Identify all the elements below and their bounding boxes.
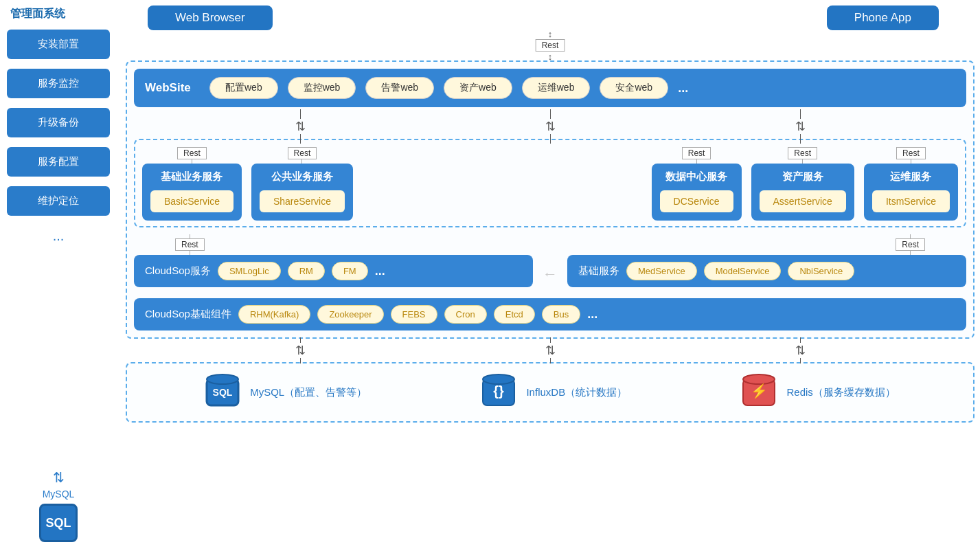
cloudsop-chip-1: RM bbox=[288, 262, 325, 280]
service-assert-inner: AssertService bbox=[760, 190, 846, 212]
outer-container: WebSite 配置web 监控web 告警web 资产web 运维web 安全… bbox=[126, 60, 975, 339]
db-redis: ⚡ Redis（服务缓存数据） bbox=[741, 373, 895, 412]
basic-service-row: 基础服务 MedService ModelService NbiService bbox=[567, 255, 966, 287]
db-arrow-1: ⇅ bbox=[295, 337, 306, 363]
website-module-1: 监控web bbox=[288, 77, 356, 99]
svg-text:{}: {} bbox=[494, 383, 505, 399]
sidebar-dots: ... bbox=[7, 228, 110, 244]
rest-dc: Rest bbox=[682, 147, 711, 159]
service-itsm-inner: ItsmService bbox=[872, 190, 950, 212]
db-mysql-label: MySQL（配置、告警等） bbox=[250, 386, 367, 399]
foundation-label: CloudSop基础组件 bbox=[145, 308, 231, 321]
service-share-inner: ShareService bbox=[260, 190, 345, 212]
db-influx-label: InfluxDB（统计数据） bbox=[526, 386, 627, 399]
rest-basic: Rest bbox=[177, 147, 207, 159]
foundation-row: CloudSop基础组件 RHM(Kafka) Zookeeper FEBS C… bbox=[134, 298, 966, 330]
service-itsm-title: 运维服务 bbox=[890, 170, 931, 183]
svg-text:SQL: SQL bbox=[213, 387, 233, 398]
cloudsop-basic-row: CloudSop服务 SMLogLic RM FM ... ← 基础服务 Med… bbox=[134, 255, 966, 293]
foundation-chip-4: Etcd bbox=[494, 305, 535, 324]
service-basic-inner: BasicService bbox=[150, 190, 233, 212]
cloudsop-chip-2: FM bbox=[332, 262, 368, 280]
sidebar-mysql-icon: SQL bbox=[39, 504, 78, 542]
website-module-5: 安全web bbox=[600, 77, 668, 99]
phone-app-box: Phone App bbox=[827, 5, 939, 30]
service-share: 公共业务服务 ShareService bbox=[251, 164, 353, 221]
cloudsop-label: CloudSop服务 bbox=[145, 265, 211, 278]
service-dc-title: 数据中心服务 bbox=[665, 170, 727, 183]
foundation-chip-3: Cron bbox=[444, 305, 487, 324]
sidebar-bottom: ⇅ MySQL SQL bbox=[0, 469, 117, 542]
rest-cloudsop: Rest bbox=[175, 238, 205, 251]
basic-service-label: 基础服务 bbox=[578, 265, 619, 278]
sidebar-mysql-label: MySQL bbox=[43, 489, 75, 500]
basic-chip-1: ModelService bbox=[704, 262, 782, 280]
database-row: SQL MySQL（配置、告警等） {} InfluxDB（统计数据） bbox=[126, 362, 975, 423]
db-arrow-2: ⇅ bbox=[545, 337, 556, 363]
foundation-chip-0: RHM(Kafka) bbox=[238, 305, 311, 324]
service-assert: 资产服务 AssertService bbox=[751, 164, 854, 221]
rest-label-top: Rest bbox=[536, 39, 565, 52]
service-assert-title: 资产服务 bbox=[782, 170, 823, 183]
mid-arrow: ← bbox=[540, 255, 560, 293]
website-label: WebSite bbox=[145, 81, 200, 95]
db-redis-label: Redis（服务缓存数据） bbox=[786, 386, 895, 399]
basic-chip-2: NbiService bbox=[788, 262, 854, 280]
redis-icon: ⚡ bbox=[741, 373, 777, 412]
foundation-chip-2: FEBS bbox=[391, 305, 437, 324]
service-share-title: 公共业务服务 bbox=[271, 170, 333, 183]
db-mysql: SQL MySQL（配置、告警等） bbox=[205, 373, 367, 412]
rest-share: Rest bbox=[288, 147, 317, 159]
service-dc-inner: DCService bbox=[660, 190, 733, 212]
basic-chip-0: MedService bbox=[626, 262, 697, 280]
mysql-icon: SQL bbox=[205, 373, 240, 412]
cloudsop-service: CloudSop服务 SMLogLic RM FM ... bbox=[134, 255, 533, 287]
sidebar: 管理面系统 安装部置 服务监控 升级备份 服务配置 维护定位 ... ⇅ MyS… bbox=[0, 0, 117, 549]
influx-icon: {} bbox=[481, 373, 516, 412]
db-arrow-3: ⇅ bbox=[795, 337, 806, 363]
sidebar-btn-maintain[interactable]: 维护定位 bbox=[7, 186, 110, 216]
service-basic: 基础业务服务 BasicService bbox=[142, 164, 242, 221]
sidebar-btn-config[interactable]: 服务配置 bbox=[7, 147, 110, 177]
services-container: Rest 基础业务服务 BasicService Rest 公共业务服务 Sha… bbox=[134, 139, 966, 227]
arrow-connector-1: ⇅ bbox=[295, 109, 306, 144]
website-dots: ... bbox=[678, 81, 688, 96]
svg-point-2 bbox=[207, 374, 238, 384]
svg-point-8 bbox=[743, 374, 775, 384]
foundation-chip-5: Bus bbox=[542, 305, 580, 324]
website-row: WebSite 配置web 监控web 告警web 资产web 运维web 安全… bbox=[134, 69, 966, 107]
rest-itsm: Rest bbox=[896, 147, 926, 159]
cloudsop-chip-0: SMLogLic bbox=[218, 262, 281, 280]
db-influx: {} InfluxDB（统计数据） bbox=[481, 373, 627, 412]
arrow-connector-3: ⇅ bbox=[795, 109, 806, 144]
sidebar-title: 管理面系统 bbox=[7, 7, 110, 21]
foundation-chip-1: Zookeeper bbox=[317, 305, 383, 324]
sidebar-btn-monitor[interactable]: 服务监控 bbox=[7, 69, 110, 98]
svg-point-5 bbox=[483, 374, 514, 384]
sidebar-btn-install[interactable]: 安装部置 bbox=[7, 30, 110, 59]
website-module-2: 告警web bbox=[365, 77, 434, 99]
foundation-dots: ... bbox=[587, 307, 597, 322]
main-area: Web Browser Phone App ↕ Rest ↕ WebSite 配… bbox=[120, 0, 980, 549]
svg-text:⚡: ⚡ bbox=[751, 383, 768, 399]
service-itsm: 运维服务 ItsmService bbox=[864, 164, 958, 221]
sidebar-arrow: ⇅ bbox=[53, 469, 65, 486]
website-module-0: 配置web bbox=[209, 77, 278, 99]
cloudsop-dots: ... bbox=[375, 264, 385, 278]
website-module-3: 资产web bbox=[444, 77, 512, 99]
web-browser-box: Web Browser bbox=[148, 5, 273, 30]
rest-assert: Rest bbox=[788, 147, 817, 159]
website-module-4: 运维web bbox=[522, 77, 591, 99]
sidebar-btn-upgrade[interactable]: 升级备份 bbox=[7, 108, 110, 137]
rest-basic2: Rest bbox=[896, 238, 925, 251]
service-dc: 数据中心服务 DCService bbox=[652, 164, 742, 221]
arrow-connector-2: ⇅ bbox=[545, 109, 556, 144]
service-basic-title: 基础业务服务 bbox=[161, 170, 223, 183]
